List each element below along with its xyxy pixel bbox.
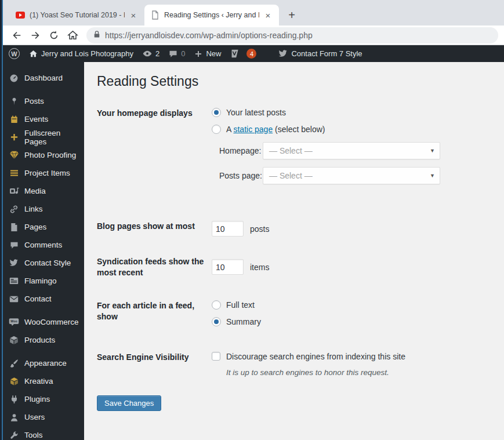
tab-yoast-tutorial[interactable]: (1) Yoast Seo Tutorial 2019 - How × <box>10 5 144 26</box>
page-title: Reading Settings <box>97 74 504 89</box>
full-text-label: Full text <box>226 300 255 310</box>
comment-icon <box>169 50 177 58</box>
static-page-radio[interactable] <box>212 125 221 134</box>
address-bar[interactable]: https://jerryandloisdev.com/wp-admin/opt… <box>86 27 498 43</box>
forward-icon[interactable] <box>27 27 43 43</box>
svg-text:Woo: Woo <box>10 319 17 323</box>
sidebar-item-pages[interactable]: Pages <box>3 218 84 236</box>
summary-radio[interactable] <box>212 317 221 326</box>
updates-count: 2 <box>155 49 159 58</box>
sidebar-item-products[interactable]: Products <box>3 331 84 349</box>
sidebar-item-links[interactable]: Links <box>3 200 84 218</box>
new-content-menu[interactable]: New <box>194 49 221 58</box>
blog-pages-label: Blog pages show at most <box>97 221 212 237</box>
sidebar-item-label: Kreativa <box>24 377 53 386</box>
wp-admin-bar: W Jerry and Lois Photography 2 0 <box>3 45 504 62</box>
full-text-radio[interactable] <box>212 300 221 310</box>
sidebar-item-posts[interactable]: Posts <box>3 92 84 110</box>
latest-posts-label: Your latest posts <box>226 108 286 117</box>
discourage-indexing-checkbox[interactable] <box>212 352 220 361</box>
search-engines-note: It is up to search engines to honor this… <box>226 368 405 377</box>
sidebar-item-label: Tools <box>24 431 43 439</box>
sidebar-item-dashboard[interactable]: Dashboard <box>3 69 84 87</box>
homepage-select-value: — Select — <box>269 146 313 155</box>
sidebar-item-tools[interactable]: Tools <box>3 426 84 440</box>
sidebar-item-comments[interactable]: Comments <box>3 236 84 254</box>
updates-icon <box>143 50 152 57</box>
chevron-down-icon: ▼ <box>430 173 435 179</box>
page-icon <box>150 10 159 20</box>
updates-menu[interactable]: 2 <box>143 49 159 58</box>
box-icon <box>9 335 19 346</box>
sidebar-item-project-items[interactable]: Project Items <box>3 164 84 182</box>
posts-page-select-label: Posts page: <box>219 171 263 180</box>
homepage-select[interactable]: — Select — ▼ <box>263 142 440 159</box>
sidebar-item-kreativa[interactable]: Kreativa <box>3 372 84 390</box>
sidebar-item-label: Links <box>24 205 43 213</box>
syndication-unit: items <box>250 263 269 272</box>
sidebar-item-appearance[interactable]: Appearance <box>3 354 84 372</box>
feed-article-label: For each article in a feed, show <box>97 300 212 334</box>
sidebar-item-label: Dashboard <box>24 74 63 82</box>
back-icon[interactable] <box>9 27 25 43</box>
wrench-icon <box>9 430 19 440</box>
envelope-icon <box>9 294 19 304</box>
new-tab-button[interactable]: + <box>284 7 300 23</box>
close-icon[interactable]: × <box>263 10 273 20</box>
new-label: New <box>206 49 221 58</box>
sidebar-item-label: Plugins <box>24 395 50 403</box>
search-visibility-label: Search Engine Visibility <box>97 352 212 377</box>
sidebar-item-photo-proofing[interactable]: Photo Proofing <box>3 146 84 164</box>
sidebar-item-fullscreen-pages[interactable]: Fullscreen Pages <box>3 128 84 146</box>
youtube-icon <box>16 10 25 20</box>
syndication-input[interactable] <box>212 259 244 275</box>
yoast-menu[interactable]: 4 <box>230 49 256 59</box>
sidebar-item-plugins[interactable]: Plugins <box>3 390 84 408</box>
save-changes-button[interactable]: Save Changes <box>97 395 161 411</box>
reading-settings-page: Reading Settings Your homepage displays … <box>84 62 504 440</box>
sidebar-item-users[interactable]: Users <box>3 408 84 426</box>
screen: (1) Yoast Seo Tutorial 2019 - How × Read… <box>0 0 504 440</box>
sidebar-item-flamingo[interactable]: Flamingo <box>3 272 84 290</box>
sidebar-item-events[interactable]: Events <box>3 110 84 128</box>
home-icon[interactable] <box>64 27 81 43</box>
sidebar-item-label: WooCommerce <box>24 318 79 326</box>
sidebar-item-label: Comments <box>24 241 62 249</box>
home-icon <box>29 49 38 58</box>
contact-form-style-menu[interactable]: Contact Form 7 Style <box>278 49 362 58</box>
blog-pages-input[interactable] <box>212 221 244 237</box>
wp-logo-menu[interactable]: W <box>9 48 20 59</box>
latest-posts-radio[interactable] <box>212 108 221 117</box>
summary-label: Summary <box>226 317 261 326</box>
sidebar-item-label: Users <box>24 413 45 421</box>
sidebar-item-label: Pages <box>24 223 46 231</box>
sidebar-item-label: Media <box>24 187 46 195</box>
pin-icon <box>9 96 19 107</box>
link-icon <box>9 204 19 214</box>
syndication-label: Syndication feeds show the most recent <box>97 256 212 278</box>
comments-menu[interactable]: 0 <box>169 49 185 58</box>
posts-page-select[interactable]: — Select — ▼ <box>263 167 440 184</box>
calendar-icon <box>9 114 19 125</box>
dashboard-icon <box>9 73 19 83</box>
sidebar-item-label: Appearance <box>24 359 67 368</box>
sidebar-item-media[interactable]: Media <box>3 182 84 200</box>
reload-icon[interactable] <box>46 27 62 43</box>
sidebar-item-contact-style[interactable]: Contact Style <box>3 254 84 272</box>
url-text: https://jerryandloisdev.com/wp-admin/opt… <box>105 31 313 40</box>
card-icon <box>9 276 19 286</box>
pages-icon <box>9 222 19 232</box>
close-icon[interactable]: × <box>128 10 139 20</box>
tab-reading-settings[interactable]: Reading Settings ‹ Jerry and Lois × <box>144 5 279 26</box>
discourage-indexing-label: Discourage search engines from indexing … <box>226 352 405 361</box>
wp-sidebar: Dashboard Posts Events Fullscreen Pages … <box>3 62 84 440</box>
sidebar-item-label: Fullscreen Pages <box>24 129 84 146</box>
wordpress-icon: W <box>9 48 20 59</box>
homepage-select-label: Homepage: <box>219 146 263 155</box>
sidebar-item-label: Events <box>24 115 48 123</box>
comments-count: 0 <box>181 49 185 58</box>
sidebar-item-contact[interactable]: Contact <box>3 290 84 308</box>
site-name-menu[interactable]: Jerry and Lois Photography <box>29 49 133 58</box>
static-page-link[interactable]: static page <box>233 125 273 134</box>
sidebar-item-woocommerce[interactable]: WooWooCommerce <box>3 313 84 331</box>
